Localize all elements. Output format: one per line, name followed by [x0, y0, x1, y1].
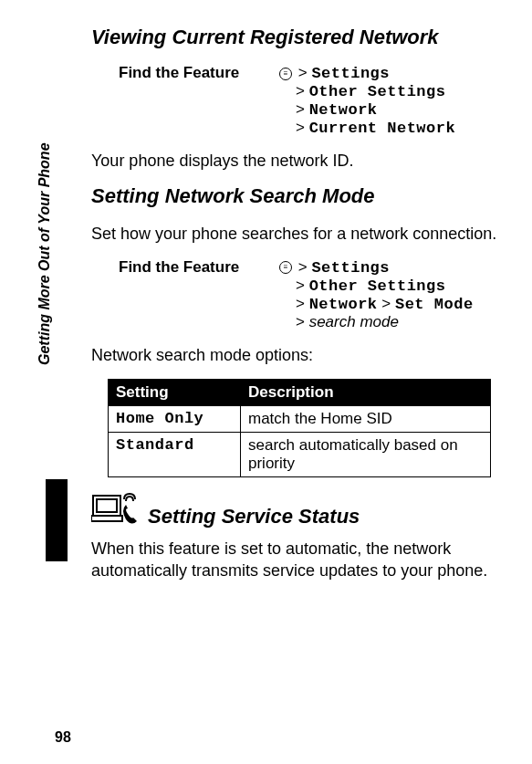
- page-number: 98: [55, 729, 71, 746]
- body-options-intro: Network search mode options:: [91, 344, 505, 366]
- path-current-network: Current Network: [309, 120, 456, 137]
- heading-service-status: Setting Service Status: [148, 505, 360, 529]
- heading-search-mode: Setting Network Search Mode: [91, 184, 505, 208]
- table-row: Home Only match the Home SID: [109, 405, 491, 432]
- page-edge-tab: [46, 479, 68, 561]
- options-table: Setting Description Home Only match the …: [108, 379, 491, 477]
- cell-setting: Home Only: [109, 405, 241, 432]
- page-content: Viewing Current Registered Network Find …: [91, 18, 505, 594]
- body-network-id: Your phone displays the network ID.: [91, 150, 505, 172]
- computer-phone-icon: [91, 492, 141, 529]
- svg-rect-2: [98, 500, 116, 511]
- path-settings: Settings: [311, 259, 390, 277]
- path-settings: Settings: [311, 65, 390, 82]
- path-other-settings: Other Settings: [309, 83, 446, 100]
- feature-path-block: Find the Feature ≡ > Settings > Other Se…: [119, 64, 505, 137]
- cell-setting: Standard: [109, 432, 241, 476]
- body-search-intro: Set how your phone searches for a networ…: [91, 223, 505, 245]
- path-search-mode: search mode: [309, 313, 399, 330]
- menu-path: ≡ > Settings > Other Settings > Network …: [279, 64, 455, 137]
- menu-icon: ≡: [279, 68, 292, 80]
- cell-description: match the Home SID: [241, 405, 491, 432]
- heading-viewing-network: Viewing Current Registered Network: [91, 26, 505, 49]
- feature-path-block: Find the Feature ≡ > Settings > Other Se…: [119, 258, 505, 331]
- cell-description: search automatically based on priority: [241, 432, 491, 476]
- path-network: Network: [309, 296, 378, 313]
- menu-path: ≡ > Settings > Other Settings > Network …: [279, 258, 474, 331]
- heading-row-service-status: Setting Service Status: [91, 492, 505, 529]
- table-header-setting: Setting: [109, 379, 241, 405]
- svg-rect-3: [91, 516, 122, 521]
- path-set-mode: Set Mode: [395, 296, 474, 313]
- path-other-settings: Other Settings: [309, 277, 446, 295]
- sidebar-chapter-title: Getting More Out of Your Phone: [37, 142, 53, 365]
- body-service-status: When this feature is set to automatic, t…: [91, 538, 505, 582]
- menu-icon: ≡: [279, 261, 292, 274]
- find-the-feature-label: Find the Feature: [119, 258, 279, 331]
- path-network: Network: [309, 101, 378, 119]
- find-the-feature-label: Find the Feature: [119, 64, 279, 137]
- table-row: Standard search automatically based on p…: [109, 432, 491, 476]
- table-header-description: Description: [241, 379, 491, 405]
